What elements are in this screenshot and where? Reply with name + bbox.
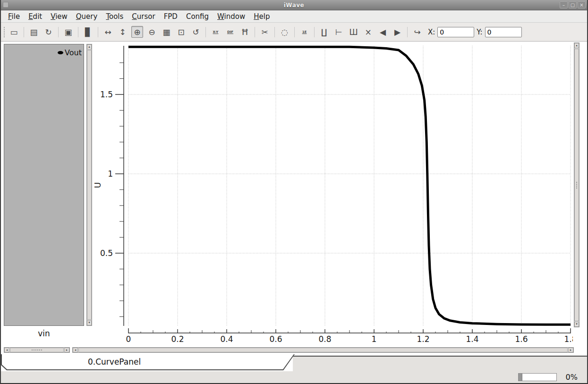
- tab-curvepanel[interactable]: 0.CurvePanel: [1, 354, 295, 370]
- scroll-right-icon[interactable]: ▸: [568, 348, 573, 352]
- remove-wave-icon[interactable]: ×: [362, 26, 374, 38]
- wave-low-icon[interactable]: ∐: [318, 26, 330, 38]
- wave-multi-icon[interactable]: Ш: [348, 26, 359, 38]
- toolbar-separator: [58, 27, 59, 37]
- print-icon[interactable]: ▣: [62, 26, 74, 38]
- y-coordinate-label: Y:: [477, 28, 482, 36]
- menu-window[interactable]: Window: [213, 11, 249, 22]
- svg-text:U: U: [93, 182, 102, 188]
- menu-cursor[interactable]: Cursor: [128, 11, 159, 22]
- scroll-up-icon[interactable]: ▴: [87, 44, 92, 50]
- zoom-region-icon[interactable]: ⊡: [175, 26, 187, 38]
- x-coordinate-label: X:: [428, 28, 435, 36]
- progress-bar: [518, 373, 557, 381]
- menu-help[interactable]: Help: [249, 11, 274, 22]
- toolbar-separator: [407, 27, 408, 37]
- menu-view[interactable]: View: [46, 11, 72, 22]
- toolbar-drag-handle[interactable]: [4, 27, 6, 37]
- scrollbar-thumb[interactable]: [10, 348, 64, 352]
- refresh-icon[interactable]: ↻: [43, 26, 54, 38]
- plot-svg: 0.511.5U: [93, 43, 573, 327]
- fit-horizontal-icon[interactable]: ↔: [102, 26, 114, 38]
- svg-text:0.6: 0.6: [269, 334, 282, 344]
- xy-plot-icon[interactable]: X-Y: [210, 26, 222, 38]
- signal-legend-panel[interactable]: Vout: [4, 44, 84, 326]
- undo-zoom-icon[interactable]: ↺: [190, 26, 202, 38]
- vout-series-label: Vout: [65, 48, 82, 57]
- scroll-left-icon[interactable]: ◂: [73, 348, 78, 352]
- toolbar-separator: [255, 27, 255, 37]
- wave-high-icon[interactable]: ⊢: [333, 26, 345, 38]
- legend-item-vout[interactable]: Vout: [58, 48, 82, 57]
- scroll-down-icon[interactable]: ▾: [574, 322, 579, 327]
- window-title: iWave: [284, 2, 304, 9]
- x-axis-svg: 00.20.40.60.811.21.41.61.8: [93, 327, 573, 345]
- plot-vertical-scrollbar[interactable]: ▴ ▾: [574, 43, 579, 327]
- tooltip-icon[interactable]: ◌: [279, 26, 290, 38]
- legend-vertical-scrollbar[interactable]: ▴ ▾: [86, 44, 92, 326]
- panel-tab-bar: 0.CurvePanel: [1, 354, 587, 371]
- next-wave-icon[interactable]: ▶: [392, 26, 403, 38]
- title-bar[interactable]: iWave – ▢ ×: [1, 0, 587, 10]
- grid-toggle-icon[interactable]: ▦: [161, 26, 172, 38]
- plot-canvas[interactable]: 0.511.5U: [93, 43, 573, 327]
- maximize-button[interactable]: ▢: [569, 1, 577, 9]
- minimize-button[interactable]: –: [560, 1, 568, 9]
- toolbar-separator: [274, 27, 275, 37]
- scrollbar-thumb[interactable]: [78, 348, 568, 352]
- x-coordinate-input[interactable]: [437, 27, 474, 37]
- status-bar: 0%: [1, 371, 587, 383]
- fit-vertical-icon[interactable]: ↕: [117, 26, 128, 38]
- svg-text:1.6: 1.6: [515, 334, 528, 344]
- tab-curvepanel-label: 0.CurvePanel: [88, 357, 141, 367]
- menu-fpd[interactable]: FPD: [160, 11, 182, 22]
- exit-icon[interactable]: ↪: [411, 26, 423, 38]
- dif-icon[interactable]: DIF: [224, 26, 236, 38]
- scroll-left-icon[interactable]: ◂: [4, 348, 9, 352]
- menu-tools[interactable]: Tools: [102, 11, 128, 22]
- svg-text:1: 1: [372, 334, 377, 344]
- svg-text:0.5: 0.5: [100, 248, 113, 258]
- window-controls: – ▢ ×: [560, 1, 586, 9]
- scroll-up-icon[interactable]: ▴: [574, 43, 579, 48]
- zoom-out-icon[interactable]: ⊖: [146, 26, 158, 38]
- toolbar-separator: [78, 27, 78, 37]
- menu-query[interactable]: Query: [72, 11, 102, 22]
- svg-text:0.2: 0.2: [171, 334, 184, 344]
- prev-wave-icon[interactable]: ◀: [377, 26, 389, 38]
- svg-text:0.4: 0.4: [220, 334, 233, 344]
- new-window-icon[interactable]: ▭: [8, 26, 20, 38]
- x-axis: 00.20.40.60.811.21.41.61.8: [93, 327, 573, 345]
- iwave-window: iWave – ▢ × FileEditViewQueryToolsCursor…: [0, 0, 588, 384]
- scrollbar-thumb[interactable]: [87, 50, 92, 320]
- y-coordinate-input[interactable]: [485, 27, 522, 37]
- logic-edge-icon[interactable]: 1E: [298, 26, 310, 38]
- x-axis-title: vin: [4, 329, 84, 338]
- open-folder-icon[interactable]: ▤: [28, 26, 40, 38]
- plot-horizontal-scrollbar[interactable]: ◂ ▸: [72, 347, 574, 353]
- vout-series-marker-icon: [58, 51, 63, 54]
- menu-config[interactable]: Config: [182, 11, 213, 22]
- scrollbar-thumb[interactable]: [574, 49, 579, 321]
- svg-text:1: 1: [108, 169, 113, 179]
- menu-bar: FileEditViewQueryToolsCursorFPDConfigWin…: [1, 10, 587, 23]
- zoom-in-icon[interactable]: ⊕: [131, 26, 143, 38]
- scroll-right-icon[interactable]: ▸: [64, 348, 69, 352]
- menu-file[interactable]: File: [4, 11, 24, 22]
- legend-horizontal-scrollbar[interactable]: ◂ ▸: [4, 347, 70, 353]
- scroll-down-icon[interactable]: ▾: [87, 320, 92, 325]
- delete-icon[interactable]: ▊: [82, 26, 94, 38]
- toolbar: ▭▤↻▣▊↔↕⊕⊖▦⊡↺X-YDIFĦ✂◌1E∐⊢Ш×◀▶↪ X: Y:: [1, 23, 587, 42]
- progress-percent-label: 0%: [566, 373, 578, 382]
- svg-text:1.8: 1.8: [564, 334, 573, 344]
- menu-edit[interactable]: Edit: [24, 11, 46, 22]
- svg-text:1.5: 1.5: [100, 90, 113, 99]
- toolbar-separator: [24, 27, 24, 37]
- toolbar-separator: [98, 27, 98, 37]
- close-button[interactable]: ×: [578, 1, 586, 9]
- window-icon: [3, 2, 9, 8]
- probe-icon[interactable]: ✂: [259, 26, 271, 38]
- svg-text:0: 0: [126, 334, 131, 344]
- measure-icon[interactable]: Ħ: [239, 26, 251, 38]
- main-area: Vout ▴ ▾ 0.511.5U ▴ ▾ 00.20.40.60.811.21…: [1, 42, 587, 354]
